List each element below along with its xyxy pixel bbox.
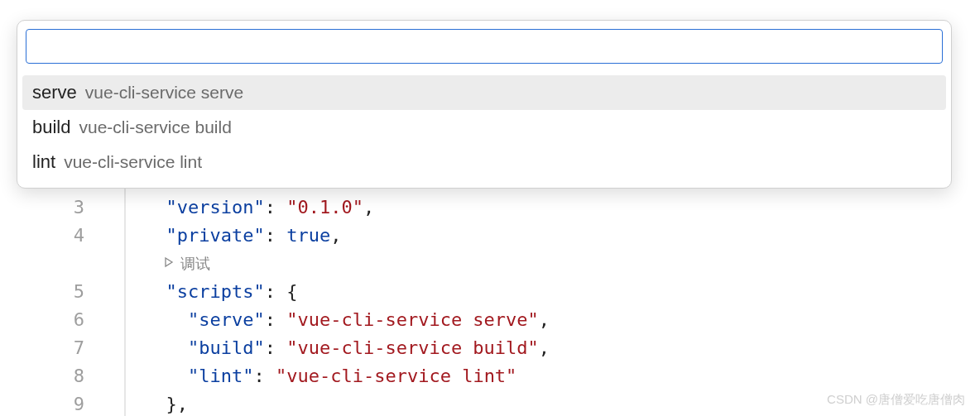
command-item-build[interactable]: build vue-cli-service build (17, 110, 951, 145)
json-string: "0.1.0" (286, 197, 363, 218)
code-line[interactable]: "private": true, (136, 222, 980, 250)
command-item-name: build (32, 117, 70, 138)
json-key: "serve" (188, 309, 265, 330)
json-key: "build" (188, 337, 265, 358)
command-item-name: lint (32, 151, 55, 173)
command-item-lint[interactable]: lint vue-cli-service lint (17, 145, 951, 179)
line-number: 9 (0, 390, 84, 416)
json-key: "private" (166, 225, 265, 246)
command-input[interactable] (26, 29, 943, 64)
codelens-label: 调试 (180, 250, 210, 278)
code-line[interactable]: "lint": "vue-cli-service lint" (136, 362, 980, 390)
code-content[interactable]: "name": "my-ruoyi-vue", "version": "0.1.… (124, 165, 980, 416)
code-line[interactable]: "serve": "vue-cli-service serve", (136, 306, 980, 334)
command-item-desc: vue-cli-service serve (85, 83, 243, 103)
json-key: "lint" (188, 366, 253, 386)
command-item-desc: vue-cli-service lint (64, 152, 202, 172)
code-line[interactable]: "scripts": { (136, 278, 980, 306)
play-icon (162, 250, 175, 278)
codelens-debug[interactable]: 调试 (136, 250, 980, 278)
command-item-desc: vue-cli-service build (79, 117, 231, 137)
line-number: 6 (0, 306, 84, 334)
line-number: 7 (0, 334, 84, 362)
watermark: CSDN @唐僧爱吃唐僧肉 (827, 392, 965, 408)
line-number: 8 (0, 362, 84, 390)
json-string: "vue-cli-service lint" (276, 366, 516, 386)
json-string: "vue-cli-service serve" (286, 309, 539, 330)
code-line[interactable]: "build": "vue-cli-service build", (136, 334, 980, 362)
command-item-name: serve (32, 82, 77, 103)
line-number: 5 (0, 278, 84, 306)
line-number: 3 (0, 194, 84, 222)
json-bool: true (286, 225, 330, 246)
line-gutter: 2 3 4 5 6 7 8 9 (0, 165, 108, 416)
json-key: "scripts" (166, 281, 265, 302)
code-line[interactable]: "version": "0.1.0", (136, 194, 980, 222)
gutter-spacer (0, 250, 84, 278)
command-palette: serve vue-cli-service serve build vue-cl… (17, 20, 952, 189)
line-number: 4 (0, 222, 84, 250)
json-string: "vue-cli-service build" (286, 337, 539, 358)
json-key: "version" (166, 197, 265, 218)
command-list: serve vue-cli-service serve build vue-cl… (17, 72, 951, 188)
command-item-serve[interactable]: serve vue-cli-service serve (22, 75, 946, 110)
